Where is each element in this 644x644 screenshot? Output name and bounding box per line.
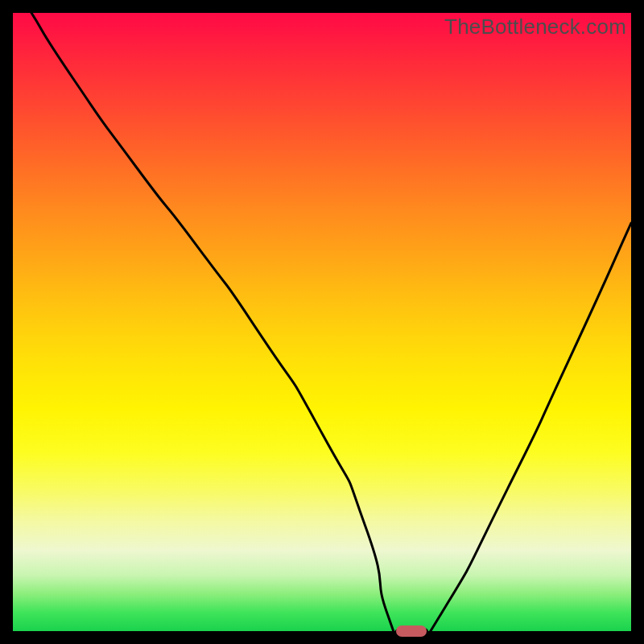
optimal-marker: [396, 625, 427, 637]
plot-area: TheBottleneck.com: [13, 13, 631, 631]
line-chart-svg: [13, 13, 631, 631]
chart-frame: TheBottleneck.com: [0, 0, 644, 644]
bottleneck-curve-path: [31, 13, 631, 631]
